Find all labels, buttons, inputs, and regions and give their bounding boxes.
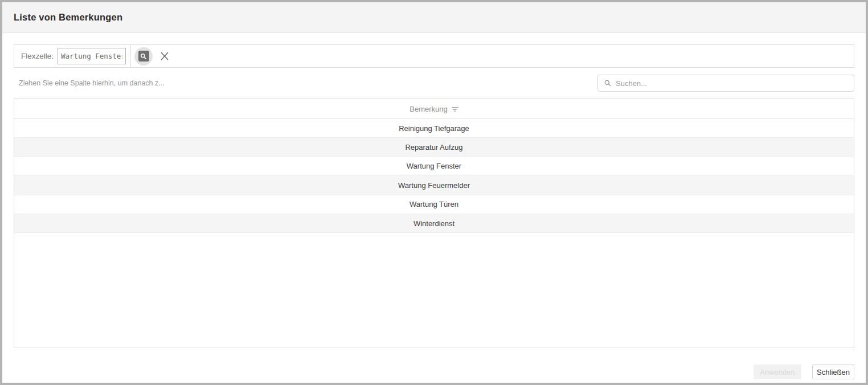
- close-button[interactable]: Schließen: [812, 364, 854, 379]
- dialog-titlebar: Liste von Bemerkungen: [2, 2, 866, 33]
- table-row[interactable]: Reparatur Aufzug: [14, 138, 854, 157]
- flexcell-search-button[interactable]: [134, 47, 153, 65]
- grid-search-box[interactable]: [597, 75, 854, 92]
- flexcell-toolbar: Flexzelle:: [14, 44, 854, 68]
- table-body: Reinigung TiefgarageReparatur AufzugWart…: [14, 119, 854, 233]
- table-row[interactable]: Wartung Fenster: [14, 157, 854, 176]
- close-icon: [159, 51, 170, 62]
- table-row[interactable]: Winterdienst: [14, 214, 854, 233]
- table-row[interactable]: Wartung Feuermelder: [14, 176, 854, 195]
- flexcell-input[interactable]: [58, 48, 126, 64]
- page-title: Liste von Bemerkungen: [14, 12, 122, 23]
- column-header-bemerkung[interactable]: Bemerkung: [14, 99, 854, 119]
- dialog-footer: Anwenden Schließen: [754, 364, 854, 379]
- magnifier-icon: [138, 51, 149, 62]
- column-header-label: Bemerkung: [410, 105, 447, 113]
- flexcell-clear-button[interactable]: [159, 51, 170, 62]
- search-icon: [604, 79, 616, 87]
- table-row[interactable]: Wartung Türen: [14, 195, 854, 214]
- apply-button[interactable]: Anwenden: [754, 364, 801, 379]
- group-panel-drop-area: Ziehen Sie eine Spalte hierhin, um danac…: [14, 79, 165, 87]
- grid-search-input[interactable]: [616, 79, 848, 88]
- dialog-window: Liste von Bemerkungen Flexzelle:: [0, 0, 868, 385]
- table-row[interactable]: Reinigung Tiefgarage: [14, 119, 854, 138]
- grid-header-panel: Ziehen Sie eine Spalte hierhin, um danac…: [14, 68, 854, 99]
- filter-icon[interactable]: [452, 106, 458, 112]
- toolbar-divider: [130, 45, 131, 67]
- dialog-content: Flexzelle: Ziehen: [2, 33, 866, 347]
- flexcell-label: Flexzelle:: [21, 52, 54, 60]
- remarks-table: Bemerkung Reinigung TiefgarageReparatur …: [14, 99, 854, 347]
